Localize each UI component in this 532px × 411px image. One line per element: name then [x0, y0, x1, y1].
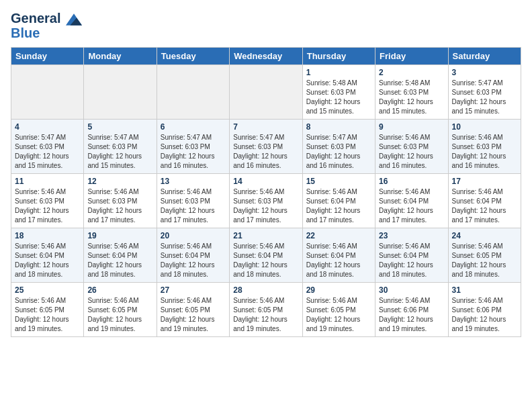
- day-info: Sunrise: 5:46 AM Sunset: 6:03 PM Dayligh…: [379, 133, 444, 171]
- calendar-day-cell: 30Sunrise: 5:46 AM Sunset: 6:06 PM Dayli…: [375, 283, 448, 337]
- day-info: Sunrise: 5:46 AM Sunset: 6:05 PM Dayligh…: [306, 296, 371, 334]
- page-header: General Blue: [11, 11, 521, 40]
- day-info: Sunrise: 5:46 AM Sunset: 6:03 PM Dayligh…: [161, 187, 226, 225]
- calendar-day-cell: 2Sunrise: 5:48 AM Sunset: 6:03 PM Daylig…: [375, 65, 448, 120]
- calendar-day-cell: 31Sunrise: 5:46 AM Sunset: 6:06 PM Dayli…: [448, 283, 521, 337]
- day-info: Sunrise: 5:46 AM Sunset: 6:05 PM Dayligh…: [233, 296, 298, 334]
- logo-blue: Blue: [11, 26, 82, 40]
- calendar-day-cell: 21Sunrise: 5:46 AM Sunset: 6:04 PM Dayli…: [230, 228, 302, 283]
- calendar-day-cell: 12Sunrise: 5:46 AM Sunset: 6:03 PM Dayli…: [84, 174, 157, 228]
- day-number: 9: [379, 122, 444, 132]
- calendar-day-cell: 22Sunrise: 5:46 AM Sunset: 6:04 PM Dayli…: [302, 228, 375, 283]
- calendar-day-cell: 14Sunrise: 5:46 AM Sunset: 6:03 PM Dayli…: [230, 174, 302, 228]
- calendar-day-cell: [11, 65, 84, 120]
- day-of-week-header: Friday: [375, 48, 448, 65]
- day-info: Sunrise: 5:47 AM Sunset: 6:03 PM Dayligh…: [161, 133, 226, 171]
- day-number: 24: [452, 231, 517, 240]
- day-number: 8: [306, 122, 371, 132]
- day-of-week-header: Wednesday: [230, 48, 302, 65]
- logo-icon: [66, 13, 82, 26]
- day-of-week-header: Saturday: [448, 48, 521, 65]
- day-info: Sunrise: 5:46 AM Sunset: 6:06 PM Dayligh…: [379, 296, 444, 334]
- calendar-week-row: 18Sunrise: 5:46 AM Sunset: 6:04 PM Dayli…: [11, 228, 521, 283]
- calendar-day-cell: 6Sunrise: 5:47 AM Sunset: 6:03 PM Daylig…: [157, 120, 229, 174]
- calendar-day-cell: 13Sunrise: 5:46 AM Sunset: 6:03 PM Dayli…: [157, 174, 229, 228]
- calendar-week-row: 1Sunrise: 5:48 AM Sunset: 6:03 PM Daylig…: [11, 65, 521, 120]
- calendar-day-cell: 3Sunrise: 5:47 AM Sunset: 6:03 PM Daylig…: [448, 65, 521, 120]
- calendar-day-cell: 8Sunrise: 5:47 AM Sunset: 6:03 PM Daylig…: [302, 120, 375, 174]
- day-info: Sunrise: 5:47 AM Sunset: 6:03 PM Dayligh…: [87, 133, 152, 171]
- calendar-day-cell: 10Sunrise: 5:46 AM Sunset: 6:03 PM Dayli…: [448, 120, 521, 174]
- day-info: Sunrise: 5:47 AM Sunset: 6:03 PM Dayligh…: [15, 133, 80, 171]
- day-info: Sunrise: 5:46 AM Sunset: 6:04 PM Dayligh…: [306, 242, 371, 279]
- calendar-day-cell: 25Sunrise: 5:46 AM Sunset: 6:05 PM Dayli…: [11, 283, 84, 337]
- calendar-day-cell: [157, 65, 229, 120]
- day-info: Sunrise: 5:46 AM Sunset: 6:03 PM Dayligh…: [452, 133, 517, 171]
- day-number: 26: [87, 285, 152, 295]
- day-of-week-header: Tuesday: [157, 48, 229, 65]
- calendar-header-row: SundayMondayTuesdayWednesdayThursdayFrid…: [11, 48, 521, 65]
- calendar-day-cell: [230, 65, 302, 120]
- day-info: Sunrise: 5:48 AM Sunset: 6:03 PM Dayligh…: [379, 79, 444, 116]
- calendar-day-cell: 15Sunrise: 5:46 AM Sunset: 6:04 PM Dayli…: [302, 174, 375, 228]
- calendar-day-cell: 24Sunrise: 5:46 AM Sunset: 6:05 PM Dayli…: [448, 228, 521, 283]
- calendar-week-row: 25Sunrise: 5:46 AM Sunset: 6:05 PM Dayli…: [11, 283, 521, 337]
- calendar-day-cell: 19Sunrise: 5:46 AM Sunset: 6:04 PM Dayli…: [84, 228, 157, 283]
- day-info: Sunrise: 5:46 AM Sunset: 6:04 PM Dayligh…: [452, 187, 517, 225]
- day-info: Sunrise: 5:47 AM Sunset: 6:03 PM Dayligh…: [306, 133, 371, 171]
- calendar-day-cell: 23Sunrise: 5:46 AM Sunset: 6:04 PM Dayli…: [375, 228, 448, 283]
- day-number: 14: [233, 177, 298, 186]
- calendar-day-cell: 7Sunrise: 5:47 AM Sunset: 6:03 PM Daylig…: [230, 120, 302, 174]
- day-number: 18: [15, 231, 80, 240]
- day-number: 31: [452, 285, 517, 295]
- calendar-day-cell: [84, 65, 157, 120]
- day-number: 7: [233, 122, 298, 132]
- calendar-day-cell: 27Sunrise: 5:46 AM Sunset: 6:05 PM Dayli…: [157, 283, 229, 337]
- day-info: Sunrise: 5:47 AM Sunset: 6:03 PM Dayligh…: [233, 133, 298, 171]
- day-info: Sunrise: 5:46 AM Sunset: 6:05 PM Dayligh…: [452, 242, 517, 279]
- day-info: Sunrise: 5:47 AM Sunset: 6:03 PM Dayligh…: [452, 79, 517, 116]
- day-number: 23: [379, 231, 444, 240]
- day-number: 6: [161, 122, 226, 132]
- day-number: 10: [452, 122, 517, 132]
- day-info: Sunrise: 5:46 AM Sunset: 6:04 PM Dayligh…: [15, 242, 80, 279]
- calendar-week-row: 4Sunrise: 5:47 AM Sunset: 6:03 PM Daylig…: [11, 120, 521, 174]
- day-info: Sunrise: 5:46 AM Sunset: 6:04 PM Dayligh…: [161, 242, 226, 279]
- calendar-day-cell: 20Sunrise: 5:46 AM Sunset: 6:04 PM Dayli…: [157, 228, 229, 283]
- day-number: 30: [379, 285, 444, 295]
- calendar-week-row: 11Sunrise: 5:46 AM Sunset: 6:03 PM Dayli…: [11, 174, 521, 228]
- day-number: 25: [15, 285, 80, 295]
- day-info: Sunrise: 5:46 AM Sunset: 6:05 PM Dayligh…: [15, 296, 80, 334]
- day-number: 17: [452, 177, 517, 186]
- calendar-table: SundayMondayTuesdayWednesdayThursdayFrid…: [11, 47, 521, 337]
- calendar-day-cell: 16Sunrise: 5:46 AM Sunset: 6:04 PM Dayli…: [375, 174, 448, 228]
- day-info: Sunrise: 5:46 AM Sunset: 6:03 PM Dayligh…: [87, 187, 152, 225]
- day-number: 29: [306, 285, 371, 295]
- day-number: 12: [87, 177, 152, 186]
- day-info: Sunrise: 5:46 AM Sunset: 6:04 PM Dayligh…: [379, 187, 444, 225]
- calendar-day-cell: 1Sunrise: 5:48 AM Sunset: 6:03 PM Daylig…: [302, 65, 375, 120]
- day-number: 28: [233, 285, 298, 295]
- day-number: 15: [306, 177, 371, 186]
- day-number: 4: [15, 122, 80, 132]
- calendar-day-cell: 9Sunrise: 5:46 AM Sunset: 6:03 PM Daylig…: [375, 120, 448, 174]
- day-number: 16: [379, 177, 444, 186]
- calendar-day-cell: 26Sunrise: 5:46 AM Sunset: 6:05 PM Dayli…: [84, 283, 157, 337]
- day-number: 3: [452, 68, 517, 77]
- day-info: Sunrise: 5:46 AM Sunset: 6:03 PM Dayligh…: [15, 187, 80, 225]
- calendar-day-cell: 28Sunrise: 5:46 AM Sunset: 6:05 PM Dayli…: [230, 283, 302, 337]
- calendar-day-cell: 4Sunrise: 5:47 AM Sunset: 6:03 PM Daylig…: [11, 120, 84, 174]
- day-info: Sunrise: 5:46 AM Sunset: 6:04 PM Dayligh…: [379, 242, 444, 279]
- day-number: 27: [161, 285, 226, 295]
- day-info: Sunrise: 5:46 AM Sunset: 6:04 PM Dayligh…: [87, 242, 152, 279]
- calendar-day-cell: 5Sunrise: 5:47 AM Sunset: 6:03 PM Daylig…: [84, 120, 157, 174]
- day-of-week-header: Sunday: [11, 48, 84, 65]
- day-info: Sunrise: 5:48 AM Sunset: 6:03 PM Dayligh…: [306, 79, 371, 116]
- day-info: Sunrise: 5:46 AM Sunset: 6:03 PM Dayligh…: [233, 187, 298, 225]
- day-info: Sunrise: 5:46 AM Sunset: 6:04 PM Dayligh…: [306, 187, 371, 225]
- logo: General Blue: [11, 11, 82, 40]
- day-number: 19: [87, 231, 152, 240]
- calendar-day-cell: 18Sunrise: 5:46 AM Sunset: 6:04 PM Dayli…: [11, 228, 84, 283]
- calendar-day-cell: 29Sunrise: 5:46 AM Sunset: 6:05 PM Dayli…: [302, 283, 375, 337]
- calendar-day-cell: 17Sunrise: 5:46 AM Sunset: 6:04 PM Dayli…: [448, 174, 521, 228]
